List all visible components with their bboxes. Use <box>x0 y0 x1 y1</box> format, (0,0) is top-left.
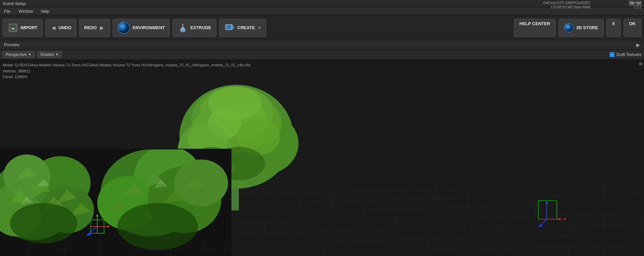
create-icon <box>224 22 235 34</box>
app-version: Element 2.2.2 <box>629 1 641 9</box>
toolbar: IMPORT ◀ UNDO REDO ▶ <box>0 15 644 40</box>
preview-expand-icon[interactable]: ▶ <box>636 42 640 48</box>
perspective-label: Perspective <box>6 52 27 57</box>
draft-textures-label: Draft Textures <box>616 52 641 57</box>
environment-button[interactable]: ENVIRONMENT <box>113 19 170 37</box>
svg-marker-8 <box>180 26 185 30</box>
viewport-expand-icon[interactable]: ⊕ <box>639 61 643 66</box>
create-dropdown-icon: ▼ <box>258 26 261 30</box>
import-button[interactable]: IMPORT <box>3 19 43 37</box>
svg-point-50 <box>208 86 262 120</box>
viewport-controls: Perspective ▼ Shaded ▼ ✓ Draft Textures <box>0 50 644 60</box>
shaded-dropdown-icon: ▼ <box>55 53 59 56</box>
environment-label: ENVIRONMENT <box>132 25 165 30</box>
preview-label: Preview <box>4 42 19 47</box>
model-info: Model: Q:/3D/CGAxis-Models-Volume-72-Tre… <box>3 62 250 80</box>
model-path-value: Q:/3D/CGAxis-Models-Volume-72-Trees-IX/C… <box>15 63 250 67</box>
shaded-label: Shaded <box>40 52 54 57</box>
vertices-label: Vertices: <box>3 69 17 73</box>
toolbar-right: HELP CENTER 3D STORE <box>514 19 641 37</box>
draft-textures-checkbox[interactable]: ✓ <box>610 52 614 57</box>
svg-marker-13 <box>232 24 234 30</box>
gpu-info: GeForce GTX 1080/PCIe/SSE2 1153/8192 MB … <box>543 1 590 9</box>
faces-label: Faces: <box>3 75 14 79</box>
redo-label: REDO <box>84 25 97 30</box>
svg-marker-57 <box>559 218 562 220</box>
store-globe-icon <box>564 23 574 33</box>
vertices-value: 388812 <box>18 69 30 73</box>
svg-marker-11 <box>182 24 184 25</box>
inset-viewport-svg <box>0 149 231 256</box>
svg-marker-55 <box>545 201 548 204</box>
svg-rect-14 <box>226 25 231 29</box>
main-viewport: ✕ Model: Q:/3D/CGAxis-Models-Volume-72-T… <box>0 60 644 256</box>
perspective-dropdown-icon: ▼ <box>28 53 32 56</box>
svg-point-96 <box>10 203 77 243</box>
extrude-label: EXTRUDE <box>190 25 211 30</box>
extrude-button[interactable]: EXTRUDE <box>172 19 216 37</box>
menu-file[interactable]: File <box>3 8 12 14</box>
preview-bar: Preview ▶ <box>0 40 644 50</box>
environment-globe-icon <box>118 22 130 34</box>
create-button[interactable]: CREATE ▼ <box>219 19 266 37</box>
viewport-area: Perspective ▼ Shaded ▼ ✓ Draft Textures … <box>0 50 644 256</box>
undo-button[interactable]: ◀ UNDO <box>45 19 76 37</box>
faces-value: 129604 <box>15 75 27 79</box>
import-icon <box>8 22 18 33</box>
axis-gizmo: ✕ <box>533 196 567 229</box>
model-path-label: Model: <box>3 63 15 67</box>
extrude-icon <box>177 22 188 33</box>
create-label: CREATE <box>237 25 255 30</box>
ok-button[interactable]: OK <box>624 19 642 37</box>
store-label: 3D STORE <box>576 25 598 30</box>
titlebar: Scene Setup ⧉ ✕ GeForce GTX 1080/PCIe/SS… <box>0 0 644 7</box>
x-button[interactable]: X <box>606 19 621 37</box>
titlebar-title: Scene Setup <box>3 1 26 6</box>
redo-button[interactable]: REDO ▶ <box>79 19 110 37</box>
draft-textures-control: ✓ Draft Textures <box>610 52 641 57</box>
perspective-dropdown[interactable]: Perspective ▼ <box>3 51 35 58</box>
svg-rect-9 <box>181 30 185 32</box>
undo-label: UNDO <box>59 25 71 30</box>
menu-window[interactable]: Window <box>17 8 34 14</box>
import-label: IMPORT <box>20 25 38 30</box>
svg-text:✕: ✕ <box>563 217 566 221</box>
redo-arrow-icon: ▶ <box>99 25 105 30</box>
shaded-dropdown[interactable]: Shaded ▼ <box>37 51 62 58</box>
menu-help[interactable]: Help <box>40 8 51 14</box>
viewport-inset <box>0 149 231 256</box>
help-center-button[interactable]: HELP CENTER <box>514 19 556 37</box>
undo-arrow-icon: ◀ <box>50 25 57 30</box>
svg-point-97 <box>117 203 198 250</box>
store-button[interactable]: 3D STORE <box>558 19 604 37</box>
